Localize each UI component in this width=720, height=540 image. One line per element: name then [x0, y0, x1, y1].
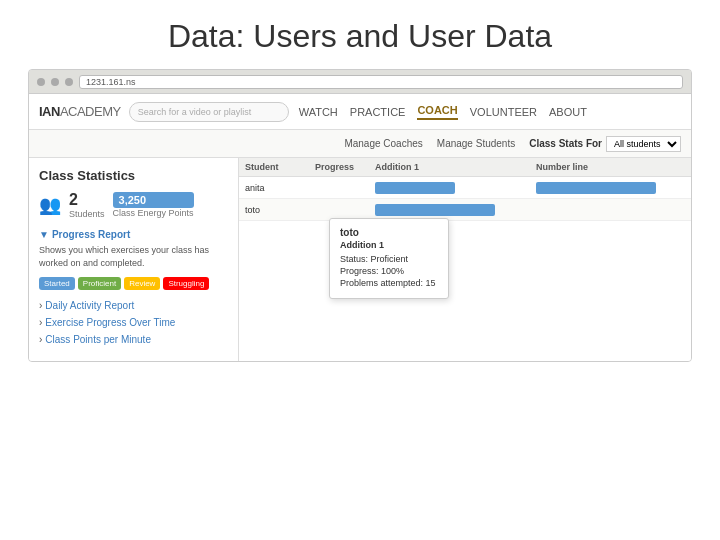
- table-row-anita: anita: [239, 177, 691, 199]
- search-bar[interactable]: Search for a video or playlist: [129, 102, 289, 122]
- tooltip-status: Status: Proficient: [340, 254, 438, 264]
- col-header-numberline: Number line: [530, 162, 691, 172]
- class-points-link[interactable]: Class Points per Minute: [39, 334, 228, 345]
- daily-activity-link[interactable]: Daily Activity Report: [39, 300, 228, 311]
- browser-dot-1: [37, 78, 45, 86]
- bar-anita-addition: [375, 182, 455, 194]
- students-label: Students: [69, 209, 105, 219]
- col-header-addition1: Addition 1: [369, 162, 530, 172]
- browser-dot-3: [65, 78, 73, 86]
- exercise-progress-link[interactable]: Exercise Progress Over Time: [39, 317, 228, 328]
- badge-review: Review: [124, 277, 160, 290]
- students-icon: 👥: [39, 194, 61, 216]
- browser-dot-2: [51, 78, 59, 86]
- row-bars-toto-numberline: [530, 207, 691, 213]
- students-count-block: 2 Students: [69, 191, 105, 219]
- main-data-area: Student Progress Addition 1 Number line …: [239, 158, 691, 361]
- tooltip-status-value: Proficient: [371, 254, 409, 264]
- energy-block: 3,250 Class Energy Points: [113, 192, 194, 218]
- tooltip-status-label: Status:: [340, 254, 368, 264]
- progress-report-label: Progress Report: [52, 229, 130, 240]
- nav-coach[interactable]: COACH: [417, 104, 457, 120]
- browser-window: 1231.161.ns IANACADEMY Search for a vide…: [28, 69, 692, 362]
- ka-logo: IANACADEMY: [39, 104, 121, 119]
- nav-about[interactable]: ABOUT: [549, 106, 587, 118]
- tooltip-progress-value: 100%: [381, 266, 404, 276]
- energy-label: Class Energy Points: [113, 208, 194, 218]
- row-bars-anita-addition: [369, 179, 530, 197]
- browser-bar: 1231.161.ns: [29, 70, 691, 94]
- energy-points: 3,250: [113, 192, 194, 208]
- exercise-tooltip: toto Addition 1 Status: Proficient Progr…: [329, 218, 449, 299]
- badge-struggling: Struggling: [163, 277, 209, 290]
- bar-toto-addition: [375, 204, 495, 216]
- table-row-toto: toto: [239, 199, 691, 221]
- main-nav: IANACADEMY Search for a video or playlis…: [29, 94, 691, 130]
- nav-links: WATCH PRACTICE COACH VOLUNTEER ABOUT: [299, 104, 587, 120]
- nav-practice[interactable]: PRACTICE: [350, 106, 406, 118]
- table-header: Student Progress Addition 1 Number line: [239, 158, 691, 177]
- badge-started: Started: [39, 277, 75, 290]
- content-area: Class Statistics 👥 2 Students 3,250 Clas…: [29, 158, 691, 361]
- tooltip-problems-label: Problems attempted:: [340, 278, 423, 288]
- row-bars-anita-numberline: [530, 179, 691, 197]
- manage-coaches-link[interactable]: Manage Coaches: [344, 138, 422, 149]
- browser-url: 1231.161.ns: [79, 75, 683, 89]
- page-title: Data: Users and User Data: [0, 0, 720, 69]
- students-count: 2: [69, 191, 105, 209]
- students-dropdown[interactable]: All students: [606, 136, 681, 152]
- col-header-student: Student: [239, 162, 309, 172]
- bar-anita-numberline: [536, 182, 656, 194]
- sub-nav: Manage Coaches Manage Students Class Sta…: [29, 130, 691, 158]
- search-placeholder: Search for a video or playlist: [138, 107, 252, 117]
- nav-volunteer[interactable]: VOLUNTEER: [470, 106, 537, 118]
- tooltip-exercise: Addition 1: [340, 240, 438, 250]
- legend-badges: Started Proficient Review Struggling: [39, 277, 228, 290]
- tooltip-progress: Progress: 100%: [340, 266, 438, 276]
- student-name-toto: toto: [239, 202, 309, 218]
- tooltip-problems-value: 15: [426, 278, 436, 288]
- progress-report-link[interactable]: ▼ Progress Report: [39, 229, 228, 240]
- arrow-icon: ▼: [39, 229, 49, 240]
- student-name-anita: anita: [239, 180, 309, 196]
- tooltip-student-name: toto: [340, 227, 438, 238]
- col-header-progress: Progress: [309, 162, 369, 172]
- class-stats-label: Class Stats For: [529, 138, 602, 149]
- manage-students-link[interactable]: Manage Students: [437, 138, 515, 149]
- tooltip-problems: Problems attempted: 15: [340, 278, 438, 288]
- progress-desc: Shows you which exercises your class has…: [39, 244, 228, 269]
- sidebar: Class Statistics 👥 2 Students 3,250 Clas…: [29, 158, 239, 361]
- row-bars-toto-addition: [369, 201, 530, 219]
- class-stats-for: Class Stats For All students: [529, 136, 681, 152]
- nav-watch[interactable]: WATCH: [299, 106, 338, 118]
- tooltip-progress-label: Progress:: [340, 266, 379, 276]
- badge-proficient: Proficient: [78, 277, 121, 290]
- class-stats-title: Class Statistics: [39, 168, 228, 183]
- stats-row: 👥 2 Students 3,250 Class Energy Points: [39, 191, 228, 219]
